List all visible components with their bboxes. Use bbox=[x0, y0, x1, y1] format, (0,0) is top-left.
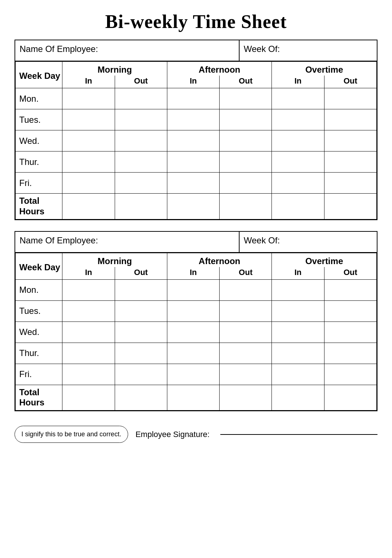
table-wrap-1: Week Day Morning Afternoon Overtime In O… bbox=[15, 61, 377, 219]
cell[interactable] bbox=[115, 279, 167, 300]
cell[interactable] bbox=[272, 300, 324, 322]
timesheet-block-2: Name Of Employee: Week Of: Week Day Morn… bbox=[15, 231, 377, 412]
cell[interactable] bbox=[324, 322, 376, 343]
cell[interactable] bbox=[167, 322, 219, 343]
cell[interactable] bbox=[62, 279, 115, 300]
cell[interactable] bbox=[115, 322, 167, 343]
day-label: Tues. bbox=[16, 109, 62, 130]
total-cell[interactable] bbox=[167, 385, 219, 411]
table-row: Thur. bbox=[16, 151, 377, 173]
cell[interactable] bbox=[62, 151, 115, 173]
total-cell[interactable] bbox=[115, 385, 167, 411]
signature-area: I signify this to be true and correct. E… bbox=[15, 422, 377, 446]
day-label: Fri. bbox=[16, 364, 62, 385]
cell[interactable] bbox=[220, 88, 272, 109]
cell[interactable] bbox=[167, 364, 219, 385]
cell[interactable] bbox=[167, 300, 219, 322]
cell[interactable] bbox=[115, 109, 167, 130]
total-cell[interactable] bbox=[220, 194, 272, 219]
cell[interactable] bbox=[220, 151, 272, 173]
total-cell[interactable] bbox=[62, 385, 115, 411]
cell[interactable] bbox=[220, 300, 272, 322]
cell[interactable] bbox=[115, 300, 167, 322]
cell[interactable] bbox=[272, 173, 324, 194]
cell[interactable] bbox=[272, 109, 324, 130]
table-row: Fri. bbox=[16, 173, 377, 194]
header-row-1: Name Of Employee: Week Of: bbox=[15, 40, 377, 61]
cell[interactable] bbox=[324, 88, 376, 109]
total-hours-label-1: TotalHours bbox=[16, 194, 62, 219]
cell[interactable] bbox=[115, 173, 167, 194]
table-row: Tues. bbox=[16, 109, 377, 130]
table-row: Thur. bbox=[16, 343, 377, 364]
cell[interactable] bbox=[62, 130, 115, 151]
signature-line[interactable] bbox=[220, 434, 377, 435]
total-cell[interactable] bbox=[220, 385, 272, 411]
cell[interactable] bbox=[272, 151, 324, 173]
cell[interactable] bbox=[62, 109, 115, 130]
cell[interactable] bbox=[167, 130, 219, 151]
table-row: Mon. bbox=[16, 88, 377, 109]
cell[interactable] bbox=[220, 109, 272, 130]
table-header-top-1: Week Day Morning Afternoon Overtime bbox=[16, 62, 377, 76]
total-cell[interactable] bbox=[167, 194, 219, 219]
cell[interactable] bbox=[115, 343, 167, 364]
cell[interactable] bbox=[220, 130, 272, 151]
cell[interactable] bbox=[167, 279, 219, 300]
total-cell[interactable] bbox=[324, 385, 376, 411]
cell[interactable] bbox=[62, 88, 115, 109]
cell[interactable] bbox=[324, 109, 376, 130]
cell[interactable] bbox=[167, 109, 219, 130]
cell[interactable] bbox=[115, 364, 167, 385]
cell[interactable] bbox=[62, 300, 115, 322]
afternoon-header-1: Afternoon bbox=[167, 62, 272, 76]
cell[interactable] bbox=[220, 364, 272, 385]
cell[interactable] bbox=[272, 88, 324, 109]
total-hours-row-1: TotalHours bbox=[16, 194, 377, 219]
week-of-field-2[interactable]: Week Of: bbox=[240, 232, 377, 252]
cell[interactable] bbox=[167, 88, 219, 109]
afternoon-out-header-1: Out bbox=[220, 76, 272, 88]
morning-in-header-2: In bbox=[62, 267, 115, 280]
cell[interactable] bbox=[324, 173, 376, 194]
cell[interactable] bbox=[324, 343, 376, 364]
employee-name-field-1[interactable]: Name Of Employee: bbox=[15, 40, 240, 61]
cell[interactable] bbox=[220, 322, 272, 343]
cell[interactable] bbox=[220, 343, 272, 364]
total-cell[interactable] bbox=[62, 194, 115, 219]
cell[interactable] bbox=[115, 151, 167, 173]
total-cell[interactable] bbox=[115, 194, 167, 219]
cell[interactable] bbox=[167, 173, 219, 194]
cell[interactable] bbox=[115, 88, 167, 109]
cell[interactable] bbox=[324, 279, 376, 300]
cell[interactable] bbox=[272, 130, 324, 151]
cell[interactable] bbox=[220, 173, 272, 194]
day-label: Thur. bbox=[16, 151, 62, 173]
total-cell[interactable] bbox=[272, 385, 324, 411]
employee-name-field-2[interactable]: Name Of Employee: bbox=[15, 232, 240, 252]
cell[interactable] bbox=[62, 322, 115, 343]
day-label: Wed. bbox=[16, 322, 62, 343]
cell[interactable] bbox=[62, 173, 115, 194]
cell[interactable] bbox=[62, 364, 115, 385]
cell[interactable] bbox=[272, 322, 324, 343]
cell[interactable] bbox=[115, 130, 167, 151]
cell[interactable] bbox=[220, 279, 272, 300]
total-cell[interactable] bbox=[324, 194, 376, 219]
cell[interactable] bbox=[167, 343, 219, 364]
cell[interactable] bbox=[272, 364, 324, 385]
cell[interactable] bbox=[272, 343, 324, 364]
weekday-header-2: Week Day bbox=[16, 253, 62, 279]
table-header-sub-2: In Out In Out In Out bbox=[16, 267, 377, 280]
cell[interactable] bbox=[324, 300, 376, 322]
cell[interactable] bbox=[324, 130, 376, 151]
total-cell[interactable] bbox=[272, 194, 324, 219]
week-of-field-1[interactable]: Week Of: bbox=[240, 40, 377, 61]
day-label: Fri. bbox=[16, 173, 62, 194]
cell[interactable] bbox=[272, 279, 324, 300]
cell[interactable] bbox=[324, 364, 376, 385]
timesheet-block-1: Name Of Employee: Week Of: Week Day Morn… bbox=[15, 40, 377, 220]
cell[interactable] bbox=[62, 343, 115, 364]
cell[interactable] bbox=[324, 151, 376, 173]
cell[interactable] bbox=[167, 151, 219, 173]
